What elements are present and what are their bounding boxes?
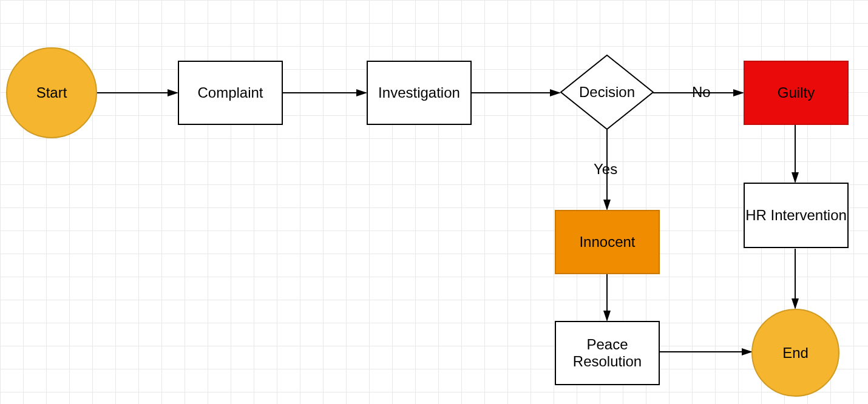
peace-resolution-node[interactable]: Peace Resolution [555, 321, 660, 385]
innocent-label: Innocent [579, 234, 635, 251]
peace-resolution-label: Peace Resolution [556, 336, 659, 369]
edge-label-yes: Yes [594, 161, 617, 178]
investigation-node[interactable]: Investigation [367, 61, 472, 125]
decision-node[interactable]: Decision [560, 55, 654, 130]
start-label: Start [36, 84, 67, 101]
innocent-node[interactable]: Innocent [555, 210, 660, 274]
flowchart-canvas[interactable]: Start Complaint Investigation Decision G… [0, 0, 868, 404]
investigation-label: Investigation [378, 84, 460, 101]
hr-intervention-label: HR Intervention [745, 207, 847, 224]
edge-label-no: No [692, 84, 711, 101]
guilty-label: Guilty [778, 84, 815, 101]
start-node[interactable]: Start [6, 47, 97, 138]
complaint-label: Complaint [197, 84, 263, 101]
end-node[interactable]: End [751, 309, 839, 397]
end-label: End [782, 345, 809, 362]
svg-marker-9 [561, 55, 653, 129]
decision-label: Decision [574, 84, 640, 100]
guilty-node[interactable]: Guilty [744, 61, 849, 125]
complaint-node[interactable]: Complaint [178, 61, 283, 125]
hr-intervention-node[interactable]: HR Intervention [744, 183, 849, 248]
